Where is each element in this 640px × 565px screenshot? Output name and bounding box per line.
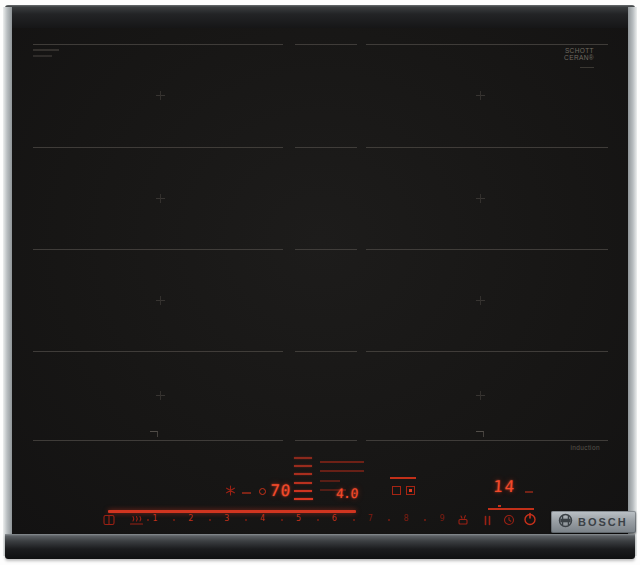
zone-corner-marker: [476, 431, 484, 437]
pan-position-marker: [156, 296, 165, 305]
zone-line: [33, 44, 283, 45]
zone-line: [295, 44, 357, 45]
slider-level-7[interactable]: 7: [365, 514, 375, 523]
model-print: [33, 49, 59, 51]
zone-line: [366, 440, 608, 441]
flex-transfer-icon-right[interactable]: [406, 486, 415, 495]
slider-scale[interactable]: 123456789: [150, 514, 447, 523]
zone-line: [366, 147, 608, 148]
hob-back-edge: [5, 5, 635, 30]
slider-dot: [353, 519, 355, 521]
pan-position-marker: [156, 391, 165, 400]
slider-dot: [317, 519, 319, 521]
fry-level-bar: [294, 465, 312, 467]
cleaning-protection-icon[interactable]: [457, 514, 469, 526]
induction-label: induction: [570, 444, 600, 451]
hob-right-bevel: [628, 7, 637, 556]
asterisk-icon: [225, 485, 236, 496]
pan-position-marker: [156, 91, 165, 100]
zone-line: [366, 351, 608, 352]
slider-level-2[interactable]: 2: [186, 514, 196, 523]
power-level-display: 4.0: [336, 487, 359, 500]
glass-brand-print: SCHOTT CERAN®: [564, 47, 594, 61]
timer-dot: [498, 505, 501, 507]
fry-level-bar: [294, 457, 312, 459]
fry-sensor-temp-icon: [259, 488, 266, 495]
fry-level-label: [320, 470, 364, 472]
fry-sensor-icon[interactable]: [128, 512, 145, 526]
zone-line: [366, 44, 608, 45]
fry-temp-display: 70: [269, 483, 291, 499]
slider-dot: [209, 519, 211, 521]
flex-transfer-icon-left[interactable]: [392, 486, 401, 495]
flex-zone-icon[interactable]: [103, 514, 116, 526]
slider-level-6[interactable]: 6: [329, 514, 339, 523]
slider-level-5[interactable]: 5: [294, 514, 304, 523]
slider-dot: [281, 519, 283, 521]
slider-dot: [424, 519, 426, 521]
glass-ceramic-surface: [12, 28, 628, 534]
dash-indicator: [242, 492, 251, 494]
product-photo: SCHOTT CERAN® induction 70 4.0 14 123456…: [0, 0, 640, 565]
model-print: [33, 55, 52, 57]
slider-dot: [173, 519, 175, 521]
slider-level-8[interactable]: 8: [401, 514, 411, 523]
zone-line: [33, 351, 283, 352]
fry-level-bar: [294, 490, 312, 492]
glass-brand-subprint: [580, 67, 594, 68]
power-slider[interactable]: [108, 510, 356, 513]
slider-dot: [245, 519, 247, 521]
pan-position-marker: [476, 296, 485, 305]
slider-dot: [388, 519, 390, 521]
fry-level-bar: [294, 498, 313, 500]
timer-underline: [488, 508, 534, 510]
brand-name: BOSCH: [578, 516, 628, 528]
fry-level-label: [320, 480, 340, 482]
zone-line: [295, 147, 357, 148]
slider-level-3[interactable]: 3: [222, 514, 232, 523]
zone-line: [295, 351, 357, 352]
zone-line: [33, 440, 283, 441]
zone-line: [295, 440, 357, 441]
zone-line: [33, 147, 283, 148]
fry-level-label: [320, 461, 364, 463]
bosch-symbol-icon: [558, 513, 573, 532]
glass-brand-line2: CERAN®: [564, 54, 594, 61]
brand-badge: BOSCH: [551, 511, 636, 533]
hob-front-edge: [5, 534, 635, 559]
timer-display: 14: [492, 479, 516, 495]
pan-position-marker: [476, 91, 485, 100]
flex-transfer-bar: [390, 477, 416, 479]
pan-position-marker: [476, 194, 485, 203]
power-icon[interactable]: [523, 512, 537, 526]
fry-level-bar: [294, 473, 312, 475]
pan-position-marker: [476, 391, 485, 400]
timer-icon[interactable]: [503, 514, 515, 526]
timer-min-dash: [525, 491, 533, 493]
pause-icon[interactable]: [483, 515, 492, 526]
zone-line: [33, 249, 283, 250]
slider-level-1[interactable]: 1: [150, 514, 160, 523]
pan-position-marker: [156, 194, 165, 203]
zone-line: [366, 249, 608, 250]
zone-corner-marker: [150, 431, 158, 437]
slider-level-4[interactable]: 4: [258, 514, 268, 523]
glass-brand-line1: SCHOTT: [565, 47, 594, 54]
fry-level-bar: [294, 482, 312, 484]
zone-line: [295, 249, 357, 250]
slider-dot: [147, 519, 149, 521]
slider-level-9[interactable]: 9: [437, 514, 447, 523]
hob-left-bevel: [3, 7, 12, 556]
